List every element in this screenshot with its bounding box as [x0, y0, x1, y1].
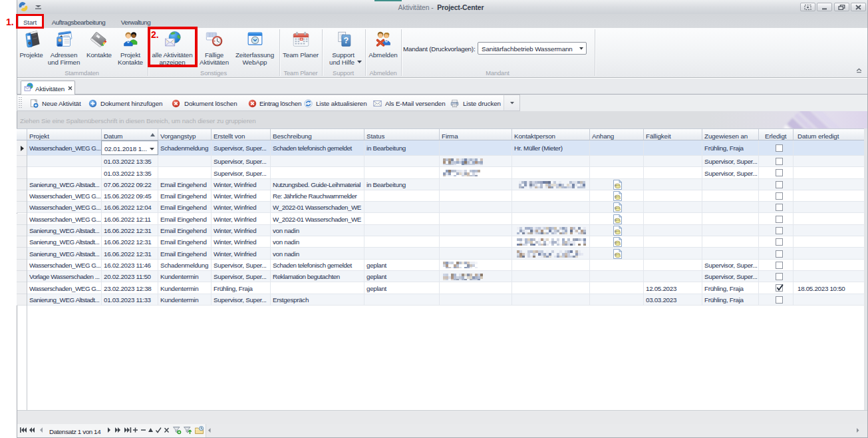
- svg-text:?: ?: [343, 36, 349, 45]
